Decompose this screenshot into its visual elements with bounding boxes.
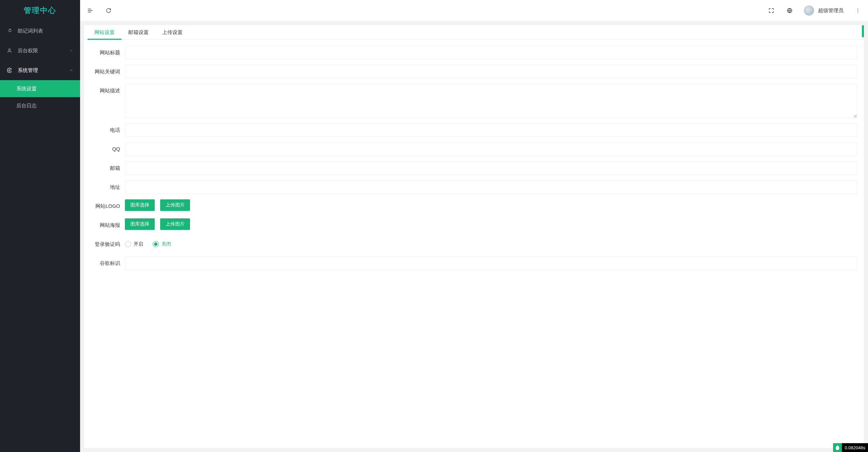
label-site-desc: 网站描述 [84, 84, 125, 97]
sidebar-toggle-button[interactable] [86, 6, 94, 15]
radio-label: 关闭 [162, 241, 171, 247]
input-email[interactable] [125, 161, 857, 175]
sidebar-item-label: 后台日志 [16, 103, 73, 109]
svg-point-0 [8, 49, 10, 51]
flame-icon [7, 28, 14, 34]
avatar[interactable] [804, 5, 814, 16]
refresh-button[interactable] [105, 6, 113, 15]
sidebar-item-system[interactable]: 系统管理 [0, 60, 80, 80]
form-area: 网站标题 网站关键词 网站描述 电话 QQ [84, 40, 864, 448]
sidebar-item-label: 后台权限 [18, 48, 69, 54]
sidebar-item-permissions[interactable]: 后台权限 [0, 41, 80, 60]
sidebar-subnav-system: 系统设置 后台日志 [0, 80, 80, 114]
label-phone: 电话 [84, 123, 125, 137]
sidebar: 管理中心 助记词列表 后台权限 系统管理 系统设置 后台日志 [0, 0, 80, 452]
input-address[interactable] [125, 180, 857, 194]
tabs: 网站设置 邮箱设置 上传设置 [84, 25, 864, 40]
tab-email-settings[interactable]: 邮箱设置 [121, 25, 155, 39]
gear-icon [7, 68, 14, 73]
poster-gallery-button[interactable]: 图库选择 [125, 218, 155, 230]
sidebar-item-label: 系统管理 [18, 67, 69, 74]
input-site-title[interactable] [125, 46, 857, 59]
language-button[interactable] [786, 6, 794, 15]
label-captcha: 登录验证码 [84, 237, 125, 251]
settings-panel: 网站设置 邮箱设置 上传设置 网站标题 网站关键词 网站描述 [84, 25, 864, 448]
more-menu-button[interactable] [854, 6, 862, 15]
brand-title: 管理中心 [0, 0, 80, 21]
label-google: 谷歌标识 [84, 256, 125, 270]
user-icon [7, 48, 14, 53]
content-body: 网站设置 邮箱设置 上传设置 网站标题 网站关键词 网站描述 [80, 21, 868, 452]
svg-point-7 [857, 8, 858, 9]
captcha-radio-on[interactable]: 开启 [125, 241, 143, 247]
tab-upload-settings[interactable]: 上传设置 [155, 25, 189, 39]
input-phone[interactable] [125, 123, 857, 137]
timing-badge: 0.082048s [833, 443, 868, 452]
fullscreen-button[interactable] [767, 6, 775, 15]
sidebar-item-mnemonic-list[interactable]: 助记词列表 [0, 21, 80, 41]
radio-dot-icon [153, 241, 159, 247]
svg-point-1 [9, 70, 10, 71]
label-address: 地址 [84, 180, 125, 194]
scroll-indicator [862, 25, 864, 37]
logo-upload-button[interactable]: 上传图片 [160, 199, 190, 211]
sidebar-item-system-settings[interactable]: 系统设置 [0, 80, 80, 97]
input-qq[interactable] [125, 142, 857, 156]
svg-point-9 [857, 12, 858, 13]
input-google[interactable] [125, 256, 857, 270]
sidebar-item-label: 助记词列表 [18, 28, 73, 34]
tab-site-settings[interactable]: 网站设置 [88, 25, 121, 39]
captcha-radio-group: 开启 关闭 [125, 237, 171, 251]
sidebar-item-label: 系统设置 [16, 86, 73, 92]
captcha-radio-off[interactable]: 关闭 [153, 241, 171, 247]
label-email: 邮箱 [84, 161, 125, 175]
sidebar-item-backend-log[interactable]: 后台日志 [0, 97, 80, 114]
label-site-title: 网站标题 [84, 46, 125, 59]
username-label[interactable]: 超级管理员 [818, 7, 844, 14]
svg-point-8 [857, 10, 858, 11]
label-poster: 网站海报 [84, 218, 125, 232]
input-site-keywords[interactable] [125, 65, 857, 78]
label-logo: 网站LOGO [84, 199, 125, 213]
chevron-down-icon [69, 49, 73, 53]
label-site-keywords: 网站关键词 [84, 65, 125, 78]
radio-label: 开启 [134, 241, 143, 247]
radio-dot-icon [125, 241, 131, 247]
leaf-icon [833, 443, 842, 452]
textarea-site-desc[interactable] [125, 84, 857, 118]
chevron-up-icon [69, 68, 73, 72]
timing-value: 0.082048s [842, 445, 868, 450]
topbar: 超级管理员 [80, 0, 868, 21]
poster-upload-button[interactable]: 上传图片 [160, 218, 190, 230]
main-area: 超级管理员 网站设置 邮箱设置 上传设置 网站标题 网站关键词 [80, 0, 868, 452]
logo-gallery-button[interactable]: 图库选择 [125, 199, 155, 211]
label-qq: QQ [84, 142, 125, 156]
